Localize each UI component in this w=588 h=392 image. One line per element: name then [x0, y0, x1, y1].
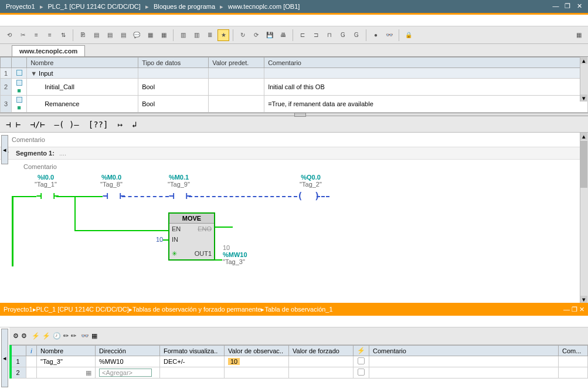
tool-btn-14[interactable]: ▥ — [191, 29, 202, 41]
tool-btn-26[interactable]: ● — [370, 29, 382, 41]
splitter-h[interactable] — [0, 113, 588, 116]
watch-btn-6[interactable]: ✏ — [63, 332, 69, 340]
tool-btn-24[interactable]: G — [337, 29, 349, 41]
minimize-button-2[interactable]: — — [563, 306, 570, 313]
tab-ob1[interactable]: www.tecnoplc.com — [12, 45, 85, 56]
tool-btn-23[interactable]: ⊓ — [324, 29, 335, 41]
breadcrumb-watch-table[interactable]: Tabla de observación_1 — [264, 306, 332, 313]
force-checkbox[interactable] — [358, 357, 365, 364]
block-comment-label[interactable]: Comentario — [0, 133, 588, 147]
tool-btn-7[interactable]: ▤ — [90, 29, 102, 41]
close-button-2[interactable]: ✕ — [579, 306, 584, 313]
contact-no-icon[interactable]: ⊣ ⊢ — [4, 119, 23, 130]
tool-btn-1[interactable]: ⟲ — [4, 29, 15, 41]
wcol-fmt[interactable]: Formato visualiza.. — [160, 346, 225, 356]
col-name[interactable]: Nombre — [27, 58, 138, 68]
tool-btn-15[interactable]: ≣ — [204, 29, 216, 41]
tool-btn-25[interactable]: G — [351, 29, 362, 41]
tool-btn-22[interactable]: ⊐ — [310, 29, 322, 41]
minimize-button[interactable]: — — [550, 2, 561, 11]
var-scrollbar[interactable]: ▴▾ — [580, 57, 588, 102]
breadcrumb-project-2[interactable]: Proyecto1 — [4, 306, 33, 313]
watch-row-add[interactable]: 2 ▦ <Agregar> — [10, 367, 588, 379]
segment-1-header[interactable]: ▼ Segmento 1: .... — [0, 147, 588, 160]
tool-btn-16[interactable]: ★ — [217, 29, 229, 41]
glasses-icon-2[interactable]: 👓 — [81, 332, 89, 340]
contact-m01[interactable]: ⊣ ⊢ — [169, 190, 192, 201]
maximize-button-2[interactable]: ❐ — [572, 306, 577, 313]
watch-btn-2[interactable]: ⚙ — [21, 332, 27, 340]
collapse-handle-2[interactable]: ◂ — [1, 329, 8, 387]
col-icon — [12, 58, 27, 68]
watch-btn-5[interactable]: 🕗 — [53, 332, 61, 340]
tool-btn-10[interactable]: 💬 — [131, 29, 142, 41]
tool-btn-8[interactable]: ▤ — [104, 29, 115, 41]
tool-btn-13[interactable]: ▥ — [177, 29, 189, 41]
box-icon[interactable]: [??] — [86, 119, 111, 130]
tag-q00[interactable]: %Q0.0 "Tag_2" — [293, 174, 328, 188]
tool-btn-19[interactable]: 💾 — [264, 29, 276, 41]
tool-btn-2[interactable]: ✂ — [17, 29, 29, 41]
watch-btn-9[interactable]: ▦ — [91, 332, 97, 340]
contact-nc-icon[interactable]: ⊣/⊢ — [28, 119, 47, 130]
col-default[interactable]: Valor predet. — [209, 58, 264, 68]
col-type[interactable]: Tipo de datos — [138, 58, 209, 68]
add-tag-field[interactable]: <Agregar> — [99, 369, 152, 377]
col-comment[interactable]: Comentario — [264, 58, 588, 68]
monitor-once-icon[interactable]: ⚡ — [42, 332, 50, 340]
tool-btn-11[interactable]: ▦ — [144, 29, 156, 41]
tool-btn-21[interactable]: ⊏ — [297, 29, 308, 41]
watch-row-1[interactable]: 1 "Tag_3" %MW10 DEC+/- 10 — [10, 356, 588, 367]
glasses-icon[interactable]: 👓 — [383, 29, 395, 41]
var-row-initial-call[interactable]: 2 ■ Initial_Call Bool Initial call of th… — [1, 79, 588, 96]
breadcrumb-ob1[interactable]: www.tecnoplc.com [OB1] — [226, 3, 302, 10]
close-button[interactable]: ✕ — [574, 2, 584, 11]
contact-i00[interactable]: ⊣ ⊢ — [36, 190, 59, 201]
tool-btn-5[interactable]: ⇅ — [57, 29, 69, 41]
ladder-network[interactable]: %I0.0 "Tag_1" %M0.0 "Tag_8" %M0.1 "Tag_9… — [0, 174, 588, 297]
branch-open-icon[interactable]: ↦ — [115, 119, 124, 130]
branch-close-icon[interactable]: ↲ — [130, 119, 139, 130]
coil-icon[interactable]: —( )— — [52, 119, 81, 130]
editor-scrollbar[interactable]: ▴▾ — [580, 133, 588, 303]
wcol-comment[interactable]: Comentario — [369, 346, 559, 356]
tag-m00[interactable]: %M0.0 "Tag_8" — [94, 174, 129, 188]
tool-btn-right[interactable]: ▦ — [573, 29, 584, 41]
watch-btn-7[interactable]: ✏ — [71, 332, 76, 340]
breadcrumb-watch-folder[interactable]: Tablas de observación y forzado permanen… — [132, 306, 261, 313]
move-in-value[interactable]: 10 — [156, 236, 163, 243]
wcol-comend[interactable]: Com... — [559, 346, 588, 356]
wcol-name[interactable]: Nombre — [37, 346, 96, 356]
tool-btn-3[interactable]: ≡ — [30, 29, 42, 41]
watch-btn-1[interactable]: ⚙ — [13, 332, 19, 340]
tool-btn-4[interactable]: ≡ — [44, 29, 56, 41]
watch-force[interactable] — [289, 356, 354, 367]
breadcrumb-plc-2[interactable]: PLC_1 [CPU 1214C DC/DC/DC] — [36, 306, 129, 313]
force-checkbox[interactable] — [358, 369, 365, 376]
collapse-handle[interactable]: ◂ — [1, 135, 8, 164]
wcol-obs[interactable]: Valor de observac.. — [225, 346, 289, 356]
tool-btn-12[interactable]: ▦ — [158, 29, 169, 41]
tool-btn-17[interactable]: ↻ — [237, 29, 249, 41]
tool-btn-9[interactable]: ▤ — [117, 29, 129, 41]
tag-mw10[interactable]: 10 %MW10 "Tag_3" — [223, 244, 258, 265]
section-input-row[interactable]: 1 ▼ Input — [1, 68, 588, 79]
monitor-all-icon[interactable]: ⚡ — [32, 332, 40, 340]
tool-btn-28[interactable]: 🔒 — [403, 29, 414, 41]
breadcrumb-project[interactable]: Proyecto1 — [4, 3, 38, 10]
wcol-force[interactable]: Valor de forzado — [289, 346, 354, 356]
tool-btn-18[interactable]: ⟳ — [250, 29, 262, 41]
breadcrumb-plc[interactable]: PLC_1 [CPU 1214C DC/DC/DC] — [46, 3, 143, 10]
wcol-addr[interactable]: Dirección — [96, 346, 160, 356]
move-block[interactable]: MOVE ENENO IN ✳OUT1 — [168, 212, 215, 261]
wcol-bolt[interactable]: ⚡ — [354, 346, 369, 356]
wcol-i[interactable]: i — [26, 346, 37, 356]
var-row-remanence[interactable]: 3 ■ Remanence Bool =True, if remanent da… — [1, 96, 588, 113]
tool-btn-6[interactable]: 🖹 — [77, 29, 89, 41]
segment-comment-label[interactable]: Comentario — [0, 160, 588, 174]
breadcrumb-blocks[interactable]: Bloques de programa — [151, 3, 217, 10]
tool-btn-20[interactable]: 🖶 — [277, 29, 289, 41]
tag-i00[interactable]: %I0.0 "Tag_1" — [28, 174, 63, 188]
maximize-button[interactable]: ❐ — [562, 2, 573, 11]
tag-m01[interactable]: %M0.1 "Tag_9" — [161, 174, 196, 188]
